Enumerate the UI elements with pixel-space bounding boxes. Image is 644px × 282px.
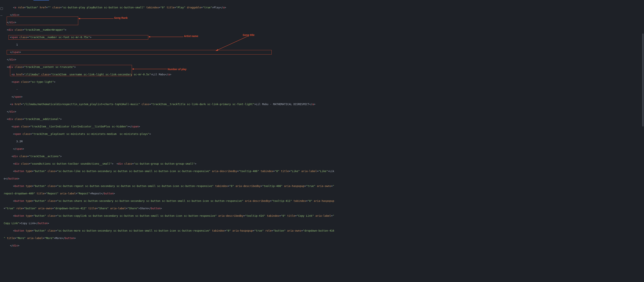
code-line[interactable]: </div> — [4, 13, 644, 17]
code-line[interactable]: <div class="trackItem__numberWrapper"> — [4, 28, 644, 32]
code-line[interactable]: " title="More" aria-label="More">More</b… — [4, 236, 644, 240]
code-line[interactable]: <button type="button" class="sc-button-s… — [4, 199, 644, 203]
code-line[interactable]: </div> — [4, 110, 644, 113]
code-line[interactable]: <div class="trackItem__actions"> — [4, 154, 644, 158]
code-line[interactable]: <a href="/lilmabu" class="trackItem__use… — [4, 73, 644, 76]
code-line[interactable]: <button type="button" class="sc-button-r… — [4, 184, 644, 188]
code-line[interactable]: 1 — [4, 43, 644, 47]
code-line[interactable]: <button type="button" class="sc-button-l… — [4, 169, 644, 173]
code-line[interactable]: e</button> — [4, 177, 644, 180]
code-line[interactable]: </span> — [4, 95, 644, 99]
code-line[interactable]: <a role="button" href="" class="sc-butto… — [4, 6, 644, 9]
code-line[interactable]: <div class="trackItem__content sc-trunca… — [4, 65, 644, 69]
code-line[interactable]: <span class="trackItem__tierIndicator ti… — [4, 125, 644, 128]
code-line[interactable]: <span class="sc-type-light"> — [4, 80, 644, 84]
code-line[interactable]: Copy Link">Copy Link</button> — [4, 221, 644, 225]
code-line[interactable]: </div> — [4, 58, 644, 61]
code-line[interactable]: </span> — [4, 50, 644, 54]
code-line[interactable]: </span> — [4, 147, 644, 151]
code-line[interactable]: repost-dropdown-409" title="Repost" aria… — [4, 192, 644, 195]
code-line[interactable]: <a href="/lilmabu/mathematicaldisrespect… — [4, 102, 644, 106]
code-line[interactable]: <button type="button" class="sc-button-m… — [4, 229, 644, 232]
code-line[interactable]: <button type="button" class="sc-button-c… — [4, 214, 644, 218]
code-line[interactable]: <span class="trackItem__playCount sc-min… — [4, 132, 644, 136]
scrollbar[interactable] — [642, 34, 644, 127]
code-line[interactable]: </div> — [4, 21, 644, 24]
code-editor-viewport[interactable]: <a role="button" href="" class="sc-butto… — [0, 0, 644, 257]
code-line[interactable]: - — [4, 87, 644, 91]
code-line[interactable]: <div class="trackItem__additional"> — [4, 117, 644, 121]
code-line[interactable]: <span class="trackItem__number sc-font s… — [4, 35, 644, 39]
code-line[interactable]: </div> — [4, 244, 644, 247]
code-line[interactable]: 3.2M — [4, 140, 644, 143]
code-line[interactable]: ="true" role="button" aria-owns="dropdow… — [4, 206, 644, 210]
code-line[interactable]: <div class="soundActions sc-button-toolb… — [4, 162, 644, 166]
attrs: role="button" href="" class="sc-button-p… — [16, 6, 212, 9]
